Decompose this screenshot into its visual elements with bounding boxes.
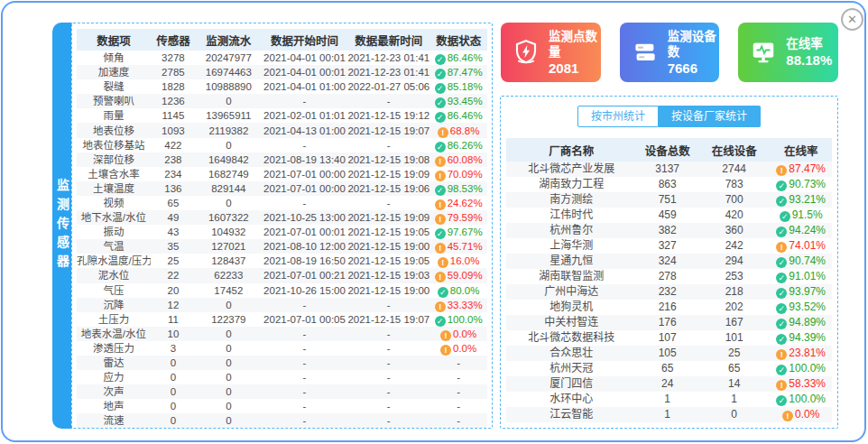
cell: - xyxy=(347,138,429,153)
cell: - xyxy=(347,327,429,341)
cell: 1 xyxy=(636,392,698,407)
status-cell: !0.0% xyxy=(770,407,832,422)
cell: 倾角 xyxy=(77,51,151,65)
cell: 2021-02-01 01:01 xyxy=(262,108,348,123)
cell: 2021-04-13 01:00 xyxy=(262,123,348,137)
table-row: 裂缝1828109888902021-04-01 01:002022-01-27… xyxy=(77,79,487,94)
cell: 土壤含水率 xyxy=(77,167,151,181)
cell: 253 xyxy=(698,269,770,284)
tab-by-vendor[interactable]: 按设备厂家统计 xyxy=(659,106,761,127)
status-percentage: 45.71% xyxy=(448,241,483,252)
status-cell: ✓80.0% xyxy=(429,283,487,298)
cell: 2021-12-23 01:41 xyxy=(347,51,429,65)
status-ok-icon: ✓ xyxy=(780,211,790,222)
shield-bolt-icon xyxy=(512,39,540,66)
cell: 10988890 xyxy=(196,79,262,94)
cell: 0 xyxy=(196,327,262,341)
tab-by-city[interactable]: 按市州统计 xyxy=(577,106,659,127)
status-percentage: 100.0% xyxy=(789,393,826,405)
cell: - xyxy=(262,399,348,413)
cell: 242 xyxy=(698,238,770,254)
table-row: 泥水位22622332021-07-01 00:212021-12-15 19:… xyxy=(77,268,487,282)
status-cell: ✓97.67% xyxy=(429,225,487,239)
column-header: 数据开始时间 xyxy=(262,29,348,51)
status-cell: ✓100.0% xyxy=(770,392,832,407)
cell: 应力 xyxy=(77,370,151,384)
cell: 829144 xyxy=(196,181,262,196)
status-percentage: 58.33% xyxy=(789,377,826,390)
cell: 气温 xyxy=(77,239,151,254)
status-warn-icon: ! xyxy=(438,127,448,138)
cell: - xyxy=(429,384,487,399)
cell: 3137 xyxy=(636,162,698,177)
cell: - xyxy=(262,356,348,370)
cell: 裂缝 xyxy=(77,79,151,94)
stat-card-online-rate: 在线率 88.18% xyxy=(738,23,838,82)
column-header: 设备总数 xyxy=(636,138,698,162)
status-cell: ✓94.89% xyxy=(770,315,832,330)
status-warn-icon: ! xyxy=(438,257,448,268)
status-percentage: 93.21% xyxy=(789,193,826,206)
cell: 0 xyxy=(196,138,262,153)
status-ok-icon: ✓ xyxy=(435,112,446,123)
cell: 35 xyxy=(151,239,196,254)
cell: 0 xyxy=(196,196,262,210)
close-icon[interactable]: ✕ xyxy=(841,8,863,31)
tab-label: 按市州统计 xyxy=(591,110,645,123)
cell: 382 xyxy=(636,223,698,238)
table-row: 雨量1145139659112021-02-01 01:012021-12-15… xyxy=(77,108,487,123)
table-row: 南方测绘751700✓93.21% xyxy=(506,192,832,208)
cell: 0 xyxy=(196,94,262,108)
cell: 105 xyxy=(636,346,698,361)
cell: 地狗灵机 xyxy=(506,300,636,315)
status-warn-icon: ! xyxy=(435,156,446,167)
cell: - xyxy=(347,370,429,384)
stat-card-value: 2081 xyxy=(549,60,601,77)
statistics-tabs: 按市州统计 按设备厂家统计 xyxy=(506,106,832,127)
sidebar-tab-label: 监测传感器 xyxy=(53,179,71,273)
stat-card-monitor-points: 监测点数量 2081 xyxy=(501,23,601,82)
close-glyph: ✕ xyxy=(847,13,857,26)
status-ok-icon: ✓ xyxy=(776,273,787,283)
status-ok-icon: ✓ xyxy=(435,185,446,196)
cell: 1649842 xyxy=(196,153,262,167)
status-ok-icon: ✓ xyxy=(435,69,446,79)
stat-card-text: 监测设备数 7666 xyxy=(668,29,720,77)
table-row: 江伟时代459420✓91.5% xyxy=(506,208,832,223)
status-warn-icon: ! xyxy=(435,243,446,254)
cell: 2021-12-15 19:06 xyxy=(347,181,429,196)
status-percentage: 93.97% xyxy=(789,285,826,298)
status-warn-icon: ! xyxy=(435,272,446,282)
status-cell: !60.08% xyxy=(429,153,487,167)
cell: 14 xyxy=(698,376,770,392)
status-percentage: 70.09% xyxy=(448,169,483,180)
cell: 2021-08-10 12:00 xyxy=(262,239,348,254)
status-cell: !0.0% xyxy=(429,341,487,356)
column-header: 传感器 xyxy=(151,29,196,51)
cell: 202 xyxy=(698,300,770,315)
cell: - xyxy=(429,413,487,428)
cell: 湖南联智监测 xyxy=(506,269,636,284)
cell: 合众思壮 xyxy=(506,346,636,361)
column-header: 在线设备 xyxy=(698,138,770,162)
status-ok-icon: ✓ xyxy=(776,180,787,191)
sidebar-tab-monitoring-sensors[interactable]: 监测传感器 xyxy=(52,23,72,429)
cell: 783 xyxy=(698,177,770,192)
status-percentage: 80.0% xyxy=(450,285,480,296)
stat-card-label: 监测点数量 xyxy=(549,29,601,60)
cell: 加速度 xyxy=(77,65,151,79)
status-cell: !79.59% xyxy=(429,210,487,225)
cell: 2021-07-01 00:21 xyxy=(262,268,348,282)
status-cell: ✓94.39% xyxy=(770,330,832,346)
cell: 北斗微芯产业发展 xyxy=(506,162,636,177)
cell: 水环中心 xyxy=(506,392,636,407)
cell: 327 xyxy=(636,238,698,254)
status-ok-icon: ✓ xyxy=(776,334,787,345)
stat-card-text: 监测点数量 2081 xyxy=(549,29,601,77)
status-cell: ✓91.5% xyxy=(770,208,832,223)
table-header-row: 数据项传感器监测流水数据开始时间数据最新时间数据状态 xyxy=(77,29,487,51)
cell: 128437 xyxy=(196,254,262,268)
cell: 2021-12-23 01:41 xyxy=(347,65,429,79)
cell: 1607322 xyxy=(196,210,262,225)
cell: 0 xyxy=(196,370,262,384)
